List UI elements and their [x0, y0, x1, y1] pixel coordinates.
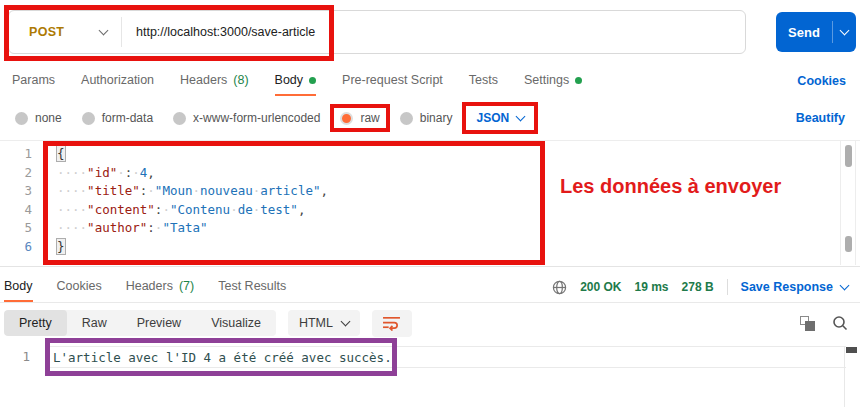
search-icon[interactable] — [832, 315, 848, 331]
chevron-down-icon — [99, 25, 109, 35]
view-pretty[interactable]: Pretty — [4, 310, 67, 336]
code-text: { — [40, 145, 65, 164]
save-response-button[interactable]: Save Response — [741, 280, 848, 294]
radio-icon — [82, 112, 95, 125]
chevron-down-icon — [840, 280, 850, 290]
line-number: 1 — [0, 145, 40, 164]
tab-prerequest-script[interactable]: Pre-request Script — [342, 66, 443, 96]
radio-icon — [173, 112, 186, 125]
response-body-line[interactable]: L'article avec l'ID 4 a été créé avec su… — [45, 346, 846, 368]
method-dropdown[interactable]: POST — [9, 11, 121, 53]
chevron-down-icon — [840, 25, 850, 35]
code-text: ····"content":·"Contenu·de·test", — [40, 201, 305, 220]
language-dropdown[interactable]: JSON — [476, 111, 524, 125]
tab-test-results[interactable]: Test Results — [218, 272, 286, 302]
status-code: 200 OK — [580, 280, 621, 294]
url-input[interactable]: http://localhost:3000/save-article — [122, 11, 745, 53]
send-options-button[interactable] — [833, 12, 856, 52]
tab-headers[interactable]: Headers(8) — [180, 66, 249, 96]
view-mode-segmented-control: Pretty Raw Preview Visualize — [4, 310, 276, 336]
code-line: 6} — [0, 238, 860, 257]
divider — [0, 302, 860, 303]
editor-scrollbar[interactable] — [840, 141, 856, 265]
copy-icon[interactable] — [800, 316, 815, 331]
scrollbar-thumb[interactable] — [845, 236, 852, 252]
scrollbar-thumb[interactable] — [846, 347, 857, 353]
radio-selected-icon — [340, 112, 353, 125]
line-number: 5 — [0, 219, 40, 238]
code-text: ····"id"·:·4, — [40, 164, 155, 183]
cookies-link[interactable]: Cookies — [797, 74, 846, 88]
request-tabs: Params Authorization Headers(8) Body Pre… — [12, 66, 846, 96]
text-wrap-icon — [382, 315, 401, 331]
code-text: } — [40, 238, 65, 257]
response-toolbar: Pretty Raw Preview Visualize HTML — [4, 309, 848, 337]
tab-tests[interactable]: Tests — [469, 66, 498, 96]
globe-icon[interactable] — [552, 280, 567, 295]
green-dot-icon — [309, 77, 316, 84]
toolbar-right-icons — [800, 315, 848, 331]
tab-response-body[interactable]: Body — [4, 272, 33, 302]
tab-response-headers[interactable]: Headers(7) — [126, 272, 195, 302]
code-text: ····"author":·"Tata" — [40, 219, 208, 238]
code-text: ····"title":·"Moun·nouveau·article", — [40, 182, 328, 201]
response-line-number: 1 — [0, 346, 30, 368]
response-tabs: Body Cookies Headers(7) Test Results 200… — [4, 272, 848, 302]
tab-authorization[interactable]: Authorization — [81, 66, 154, 96]
tab-response-cookies[interactable]: Cookies — [57, 272, 102, 302]
send-button[interactable]: Send — [776, 12, 856, 52]
response-text: L'article avec l'ID 4 a été créé avec su… — [45, 350, 392, 365]
radio-urlencoded[interactable]: x-www-form-urlencoded — [173, 111, 320, 125]
radio-binary[interactable]: binary — [400, 111, 453, 125]
wrap-lines-button[interactable] — [372, 310, 412, 337]
radio-none[interactable]: none — [15, 111, 62, 125]
code-line: 5····"author":·"Tata" — [0, 219, 860, 238]
radio-icon — [15, 112, 28, 125]
response-headers-count: (7) — [179, 279, 194, 293]
response-scrollbar[interactable] — [844, 346, 857, 407]
format-dropdown[interactable]: HTML — [288, 310, 360, 336]
code-line: 4····"content":·"Contenu·de·test", — [0, 201, 860, 220]
line-number: 6 — [0, 238, 40, 257]
chevron-down-icon — [516, 111, 526, 121]
radio-form-data[interactable]: form-data — [82, 111, 153, 125]
tab-body[interactable]: Body — [275, 66, 317, 96]
chevron-down-icon — [341, 316, 351, 326]
radio-raw[interactable]: raw — [340, 111, 379, 125]
body-type-row: none form-data x-www-form-urlencoded raw… — [15, 100, 845, 136]
code-line: 2····"id"·:·4, — [0, 164, 860, 183]
tab-settings[interactable]: Settings — [524, 66, 582, 96]
code-line: 3····"title":·"Moun·nouveau·article", — [0, 182, 860, 201]
postman-window: POST http://localhost:3000/save-article … — [0, 0, 860, 407]
line-number: 4 — [0, 201, 40, 220]
tab-params[interactable]: Params — [12, 66, 55, 96]
response-status-group: 200 OK 19 ms 278 B Save Response — [552, 279, 848, 295]
request-url-bar: POST http://localhost:3000/save-article — [8, 10, 746, 54]
scrollbar-thumb[interactable] — [845, 145, 852, 167]
view-preview[interactable]: Preview — [122, 310, 196, 336]
editor-lines: 1{2····"id"·:·4,3····"title":·"Moun·nouv… — [0, 145, 860, 256]
send-button-label: Send — [776, 12, 832, 52]
headers-count: (8) — [233, 73, 248, 87]
view-visualize[interactable]: Visualize — [196, 310, 276, 336]
beautify-link[interactable]: Beautify — [796, 111, 845, 125]
view-raw[interactable]: Raw — [67, 310, 122, 336]
green-dot-icon — [575, 77, 582, 84]
line-number: 2 — [0, 164, 40, 183]
status-size: 278 B — [682, 280, 714, 294]
radio-icon — [400, 112, 413, 125]
status-time: 19 ms — [635, 280, 669, 294]
method-label: POST — [29, 25, 64, 39]
code-line: 1{ — [0, 145, 860, 164]
request-body-editor[interactable]: 1{2····"id"·:·4,3····"title":·"Moun·nouv… — [0, 140, 860, 267]
line-number: 3 — [0, 182, 40, 201]
divider — [727, 279, 728, 295]
